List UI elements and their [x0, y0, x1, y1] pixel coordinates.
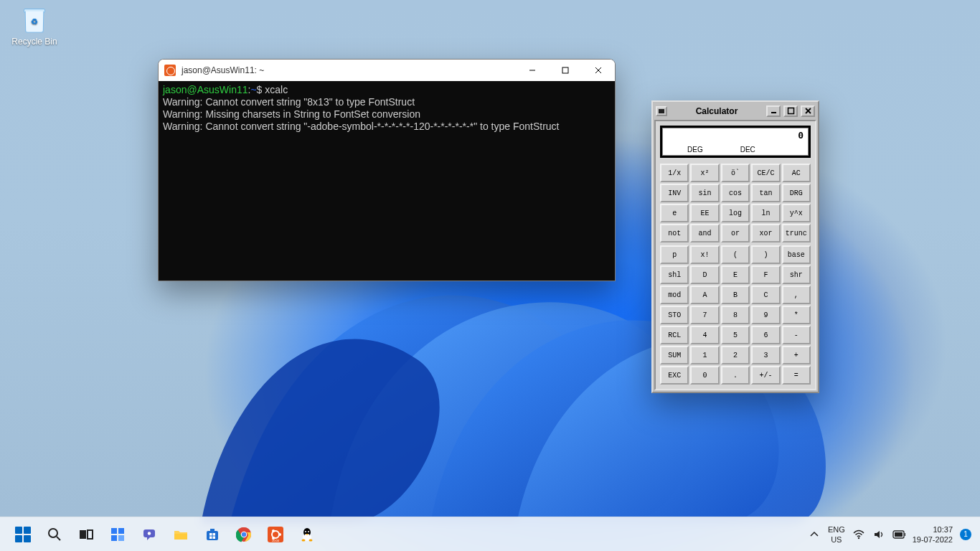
calc-key-[interactable]: = [782, 366, 811, 385]
calc-key-b[interactable]: B [721, 286, 750, 304]
calc-key-[interactable]: ( [721, 245, 750, 264]
calc-key-base[interactable]: base [782, 245, 811, 264]
calc-key-p[interactable]: p [660, 245, 689, 264]
calc-key-c[interactable]: C [751, 286, 780, 304]
svg-point-41 [858, 537, 859, 538]
svg-point-38 [308, 531, 309, 532]
calc-key-[interactable]: * [782, 306, 811, 324]
calc-key-2[interactable]: 2 [721, 346, 750, 364]
calc-key-d[interactable]: D [690, 265, 719, 284]
minimize-button[interactable] [766, 105, 781, 117]
calc-key-6[interactable]: 6 [751, 326, 780, 344]
calc-key-0[interactable]: 0 [690, 366, 719, 385]
desktop[interactable]: ♻ Recycle Bin jason@AsusWin11: ~ jason@A… [0, 0, 980, 551]
calc-key-x[interactable]: x² [690, 164, 719, 182]
task-view-button[interactable] [72, 520, 100, 549]
calc-key-[interactable]: , [782, 286, 811, 304]
linux-app-button[interactable] [293, 520, 321, 549]
minimize-button[interactable] [516, 60, 549, 81]
calc-key-[interactable]: ö` [721, 164, 750, 182]
desktop-icon-recycle-bin[interactable]: ♻ Recycle Bin [7, 4, 62, 55]
windows-logo-icon [15, 527, 31, 542]
maximize-button[interactable] [549, 60, 582, 81]
terminal-window[interactable]: jason@AsusWin11: ~ jason@AsusWin11:~$ xc… [158, 59, 616, 281]
task-view-icon [78, 527, 94, 542]
calc-key-4[interactable]: 4 [690, 326, 719, 344]
calc-key-cos[interactable]: cos [721, 184, 750, 202]
chrome-button[interactable] [230, 520, 258, 549]
chat-button[interactable] [135, 520, 164, 549]
calc-key-[interactable]: ) [751, 245, 780, 264]
search-button[interactable] [40, 520, 69, 549]
close-button[interactable] [801, 105, 815, 117]
calc-key-inv[interactable]: INV [660, 184, 689, 202]
calc-key-drg[interactable]: DRG [782, 184, 811, 202]
calc-key-ln[interactable]: ln [751, 204, 780, 222]
clock-button[interactable]: 10:37 19-07-2022 [913, 524, 953, 545]
wifi-button[interactable] [852, 528, 865, 541]
tray-overflow-button[interactable] [808, 528, 821, 541]
ubuntu-terminal-icon [164, 65, 176, 76]
calc-key-ac[interactable]: AC [782, 164, 811, 182]
calc-key-[interactable]: + [782, 346, 811, 364]
calculator-window[interactable]: Calculator 0 DEG DEC 1/xx²ö [651, 100, 819, 393]
notification-badge[interactable]: 1 [960, 529, 971, 540]
calc-key-and[interactable]: and [690, 224, 719, 242]
calculator-titlebar[interactable]: Calculator [654, 103, 816, 118]
calculator-keys-top: 1/xx²ö`CE/CACINVsincostanDRGeEEloglny^xn… [660, 164, 811, 242]
terminal-titlebar[interactable]: jason@AsusWin11: ~ [159, 60, 615, 81]
calc-key-mod[interactable]: mod [660, 286, 689, 304]
terminal-body[interactable]: jason@AsusWin11:~$ xcalcWarning: Cannot … [159, 81, 615, 281]
battery-button[interactable] [892, 528, 905, 541]
calc-key-yx[interactable]: y^x [782, 204, 811, 222]
taskbar-left: 20.04 [9, 520, 321, 549]
svg-rect-1 [562, 67, 568, 73]
widgets-button[interactable] [103, 520, 132, 549]
calc-key-1x[interactable]: 1/x [660, 164, 689, 182]
calc-key-xor[interactable]: xor [751, 224, 780, 242]
calc-key-sto[interactable]: STO [660, 306, 689, 324]
calc-key-[interactable]: . [721, 366, 750, 385]
svg-rect-13 [118, 528, 124, 534]
recycle-bin-icon: ♻ [19, 4, 50, 34]
calc-key-7[interactable]: 7 [690, 306, 719, 324]
calc-key-log[interactable]: log [721, 204, 750, 222]
calc-key-ee[interactable]: EE [690, 204, 719, 222]
calc-key-e[interactable]: e [660, 204, 689, 222]
calc-key-[interactable]: - [782, 326, 811, 344]
calc-key-f[interactable]: F [751, 265, 780, 284]
calc-key-8[interactable]: 8 [721, 306, 750, 324]
calc-key-[interactable]: +/- [751, 366, 780, 385]
calc-key-trunc[interactable]: trunc [782, 224, 811, 242]
calc-key-rcl[interactable]: RCL [660, 326, 689, 344]
close-button[interactable] [582, 60, 615, 81]
calc-key-exc[interactable]: EXC [660, 366, 689, 385]
calc-key-x[interactable]: x! [690, 245, 719, 264]
calc-key-shr[interactable]: shr [782, 265, 811, 284]
svg-rect-12 [111, 528, 117, 534]
file-explorer-button[interactable] [166, 520, 195, 549]
calc-key-3[interactable]: 3 [751, 346, 780, 364]
microsoft-store-button[interactable] [198, 520, 227, 549]
calc-key-a[interactable]: A [690, 286, 719, 304]
volume-button[interactable] [872, 528, 885, 541]
calc-key-9[interactable]: 9 [751, 306, 780, 324]
start-button[interactable] [9, 520, 37, 549]
calc-key-cec[interactable]: CE/C [751, 164, 780, 182]
calc-key-1[interactable]: 1 [690, 346, 719, 364]
ubuntu-icon: 20.04 [268, 527, 283, 542]
calc-key-sum[interactable]: SUM [660, 346, 689, 364]
maximize-button[interactable] [783, 105, 798, 117]
calc-key-sin[interactable]: sin [690, 184, 719, 202]
calc-key-shl[interactable]: shl [660, 265, 689, 284]
calc-key-e[interactable]: E [721, 265, 750, 284]
language-button[interactable]: ENG US [828, 524, 845, 545]
ubuntu-app-button[interactable]: 20.04 [261, 520, 290, 549]
calc-key-not[interactable]: not [660, 224, 689, 242]
calc-key-or[interactable]: or [721, 224, 750, 242]
calc-key-5[interactable]: 5 [721, 326, 750, 344]
taskbar[interactable]: 20.04 ENG US [0, 517, 980, 551]
system-menu-button[interactable] [656, 106, 667, 116]
calc-key-tan[interactable]: tan [751, 184, 780, 202]
svg-rect-24 [213, 536, 216, 539]
